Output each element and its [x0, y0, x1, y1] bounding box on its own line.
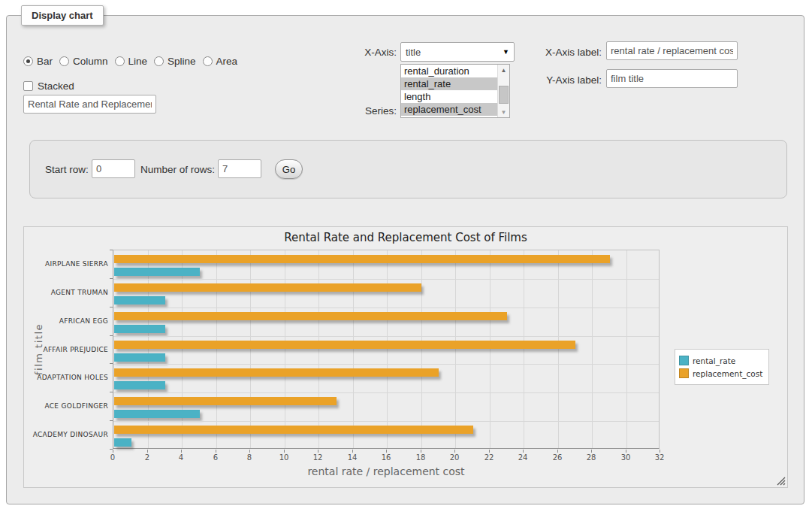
legend-swatch: [679, 356, 689, 365]
bar-rental_rate[interactable]: [114, 268, 200, 276]
x-axis-tick: [113, 450, 113, 453]
x-axis-tick-label: 16: [375, 453, 397, 462]
num-rows-label: Number of rows:: [140, 164, 215, 175]
x-axis-tick-label: 20: [443, 453, 466, 462]
bar-rental_rate[interactable]: [114, 381, 165, 389]
category-label: ACADEMY DINOSAUR: [24, 431, 108, 438]
start-row-input[interactable]: [92, 159, 135, 178]
radio-label: Line: [128, 56, 148, 67]
series-option-replacement_cost[interactable]: replacement_cost: [401, 103, 497, 116]
scroll-down-icon[interactable]: ▼: [498, 107, 509, 117]
y-axis-tick: [110, 449, 113, 450]
bar-rental_rate[interactable]: [114, 296, 165, 304]
y-axis-tick: [110, 307, 113, 308]
bar-rental_rate[interactable]: [114, 438, 131, 447]
radio-icon[interactable]: [203, 56, 213, 66]
chart-type-radio-group: BarColumnLineSplineArea: [23, 56, 237, 67]
radio-icon[interactable]: [59, 56, 69, 66]
chart-title-input[interactable]: [23, 95, 156, 114]
legend-label: rental_rate: [693, 356, 735, 365]
series-listbox[interactable]: rental_durationrental_ratelengthreplacem…: [400, 64, 510, 118]
scroll-up-icon[interactable]: ▲: [498, 65, 509, 75]
radio-icon[interactable]: [115, 56, 125, 66]
bar-rental_rate[interactable]: [114, 410, 200, 418]
x-axis-tick-label: 12: [306, 453, 329, 462]
x-axis-select[interactable]: title ▼: [400, 42, 515, 62]
x-axis-tick: [249, 450, 250, 453]
x-axis-tick-label: 10: [273, 453, 295, 462]
radio-label: Bar: [37, 56, 53, 67]
x-axis-tick-label: 6: [204, 453, 227, 462]
x-axis-tick-label: 32: [648, 453, 671, 462]
x-axis-tick: [591, 450, 592, 453]
chart-type-radio-column[interactable]: Column: [59, 56, 108, 67]
bar-replacement_cost[interactable]: [114, 312, 507, 320]
chart-type-radio-spline[interactable]: Spline: [154, 56, 196, 67]
x-axis-tick: [386, 450, 387, 453]
x-axis-tick-label: 14: [341, 453, 364, 462]
y-axis-label-input[interactable]: [606, 69, 738, 88]
bar-rental_rate[interactable]: [114, 325, 165, 333]
page: Display chart BarColumnLineSplineArea St…: [0, 0, 812, 512]
x-axis-tick: [284, 450, 285, 453]
x-axis-tick: [421, 450, 421, 453]
chart-type-radio-bar[interactable]: Bar: [23, 56, 53, 67]
bar-rental_rate[interactable]: [114, 353, 165, 362]
x-axis-tick: [216, 450, 216, 453]
x-axis-tick-label: 0: [101, 453, 124, 462]
series-option-rental_rate[interactable]: rental_rate: [401, 77, 497, 90]
panel-title: Display chart: [21, 5, 104, 26]
gridline-vertical: [318, 250, 319, 448]
y-axis-label-field-label: Y-Axis label:: [538, 74, 602, 86]
chart-legend: rental_ratereplacement_cost: [675, 349, 769, 385]
category-label: AFFAIR PREJUDICE: [24, 346, 108, 353]
display-chart-panel: Display chart BarColumnLineSplineArea St…: [6, 15, 804, 504]
legend-entry-replacement_cost: replacement_cost: [679, 368, 762, 379]
num-rows-input[interactable]: [218, 159, 261, 178]
chart-type-radio-area[interactable]: Area: [203, 56, 238, 67]
x-axis-tick-label: 30: [614, 453, 637, 462]
series-option-length[interactable]: length: [401, 90, 497, 103]
series-option-rental_duration[interactable]: rental_duration: [401, 65, 497, 77]
radio-icon[interactable]: [23, 56, 33, 66]
category-label: AFRICAN EGG: [24, 317, 108, 325]
gridline-horizontal: [113, 392, 659, 393]
rows-panel: Start row: Number of rows: Go: [29, 140, 787, 198]
legend-entry-rental_rate: rental_rate: [679, 355, 762, 366]
series-field-label: Series:: [344, 105, 397, 117]
y-axis-tick: [110, 363, 113, 364]
gridline-vertical: [626, 250, 627, 448]
gridline-horizontal: [113, 336, 659, 337]
scrollbar-thumb[interactable]: [499, 86, 509, 104]
stacked-checkbox-row: Stacked: [23, 80, 74, 92]
bar-replacement_cost[interactable]: [114, 397, 337, 405]
bar-replacement_cost[interactable]: [114, 426, 473, 434]
x-axis-label-input[interactable]: [606, 41, 738, 60]
gridline-vertical: [353, 250, 354, 448]
resize-handle-icon[interactable]: [777, 477, 786, 486]
x-axis-tick: [352, 450, 353, 453]
radio-label: Area: [216, 56, 238, 67]
chart-container: Rental Rate and Replacement Cost of Film…: [23, 226, 788, 488]
radio-icon[interactable]: [154, 56, 164, 66]
x-axis-tick: [557, 450, 558, 453]
x-axis-label-field-label: X-Axis label:: [538, 47, 602, 58]
gridline-vertical: [285, 250, 285, 448]
bar-replacement_cost[interactable]: [114, 368, 439, 377]
y-axis-tick: [110, 392, 113, 392]
bar-replacement_cost[interactable]: [114, 341, 575, 349]
go-button[interactable]: Go: [275, 159, 303, 179]
x-axis-tick: [147, 450, 148, 453]
stacked-checkbox[interactable]: [23, 81, 33, 91]
x-axis-tick-label: 26: [546, 453, 569, 462]
bar-replacement_cost[interactable]: [114, 283, 421, 292]
listbox-scrollbar[interactable]: ▲ ▼: [497, 65, 509, 117]
legend-swatch: [679, 368, 689, 378]
legend-label: replacement_cost: [693, 369, 762, 378]
gridline-vertical: [455, 250, 456, 448]
chart-type-radio-line[interactable]: Line: [115, 56, 148, 67]
stacked-label: Stacked: [38, 80, 74, 92]
x-axis-tick: [318, 450, 318, 453]
gridline-vertical: [490, 250, 491, 448]
bar-replacement_cost[interactable]: [114, 255, 610, 263]
